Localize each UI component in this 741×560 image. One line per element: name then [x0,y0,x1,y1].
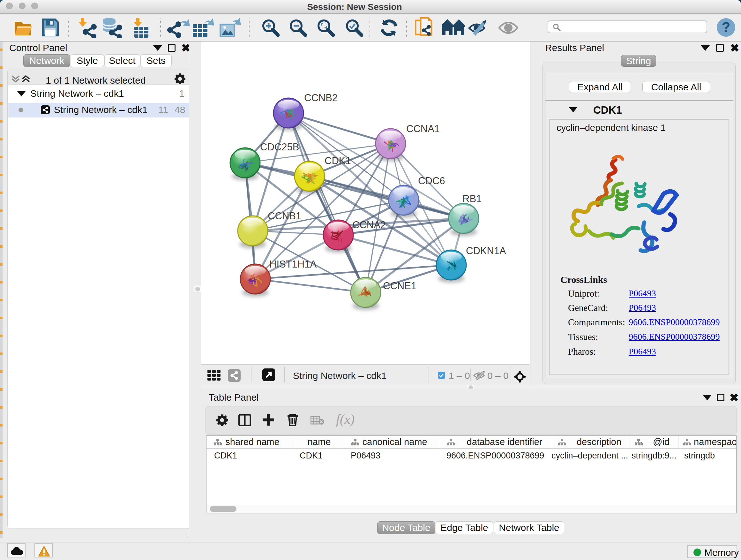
svg-text:HIST1H1A: HIST1H1A [269,259,317,270]
svg-text:CDC6: CDC6 [418,175,445,186]
svg-text:CDC25B: CDC25B [260,141,299,152]
svg-text:CDK1: CDK1 [325,155,351,166]
svg-text:CCNB2: CCNB2 [304,92,338,104]
svg-text:CCNA1: CCNA1 [406,123,440,134]
svg-text:RB1: RB1 [462,193,482,204]
svg-text:CCNA2: CCNA2 [352,219,386,231]
svg-text:CCNE1: CCNE1 [383,280,416,292]
svg-text:CDKN1A: CDKN1A [466,245,506,256]
svg-text:CCNB1: CCNB1 [268,210,301,222]
